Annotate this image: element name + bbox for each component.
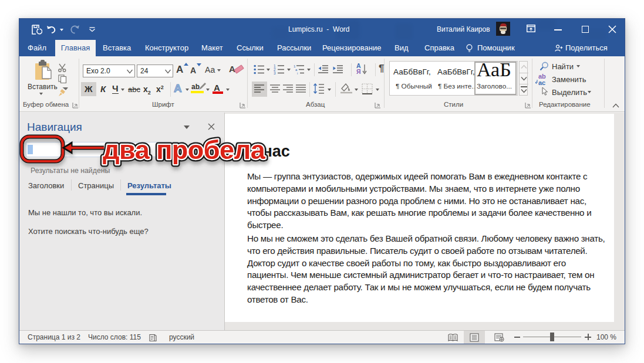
svg-text:i: i bbox=[297, 72, 298, 75]
svg-text:3: 3 bbox=[274, 71, 276, 75]
